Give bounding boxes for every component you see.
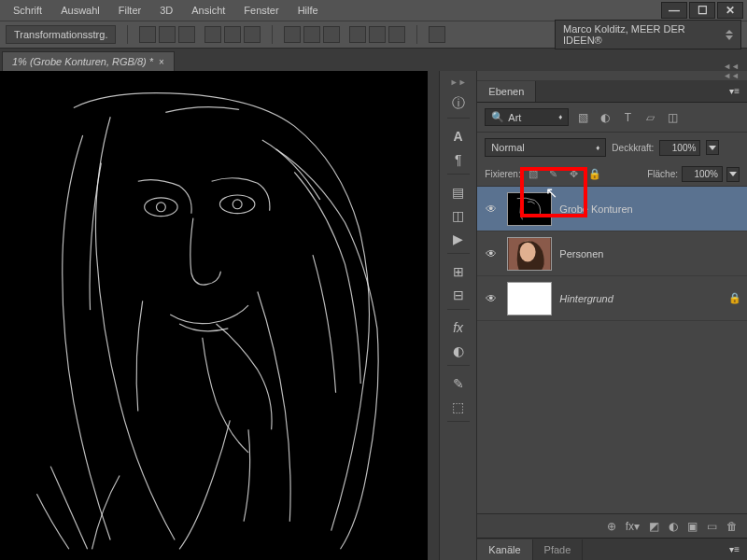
- align-right-icon[interactable]: [244, 26, 261, 43]
- layer-thumbnail[interactable]: [507, 282, 552, 315]
- menu-3d[interactable]: 3D: [150, 5, 182, 16]
- layer-row-hintergrund[interactable]: 👁 Hintergrund 🔒: [477, 276, 747, 321]
- layer-fx-icon[interactable]: fx▾: [626, 520, 640, 533]
- visibility-toggle-icon[interactable]: 👁: [483, 203, 500, 216]
- lock-all-icon[interactable]: 🔒: [586, 167, 603, 182]
- align-left-icon[interactable]: [204, 26, 221, 43]
- new-layer-icon[interactable]: ▭: [707, 520, 717, 533]
- document-tab-bar: 1% (Grobe Konturen, RGB/8) * × ◄◄: [0, 49, 747, 71]
- workspace-preset-dropdown[interactable]: Marco Kolditz, MEER DER IDEEN®: [555, 20, 741, 49]
- lock-label: Fixieren:: [485, 169, 520, 179]
- layer-row-personen[interactable]: 👁 Personen: [477, 231, 747, 276]
- lock-indicator-icon: 🔒: [728, 292, 741, 304]
- workspace-preset-label: Marco Kolditz, MEER DER IDEEN®: [563, 23, 726, 46]
- svg-point-2: [156, 203, 165, 212]
- add-mask-icon[interactable]: ◩: [649, 520, 659, 533]
- panel-icon-1[interactable]: ▤: [447, 182, 470, 203]
- distribute-hcenter-icon[interactable]: [369, 26, 386, 43]
- distribute-group-2: [349, 26, 405, 43]
- svg-point-7: [520, 242, 536, 261]
- opacity-label: Deckkraft:: [612, 143, 654, 153]
- filter-smart-icon[interactable]: ◫: [664, 109, 681, 126]
- distribute-bottom-icon[interactable]: [323, 26, 340, 43]
- link-layers-icon[interactable]: ⊕: [607, 520, 616, 533]
- align-top-icon[interactable]: [139, 26, 156, 43]
- filter-type-icon[interactable]: T: [619, 109, 636, 126]
- new-adjustment-icon[interactable]: ◐: [669, 520, 678, 533]
- new-group-icon[interactable]: ▣: [687, 520, 698, 533]
- align-group-1: [139, 26, 195, 43]
- styles-panel-icon[interactable]: fx: [447, 317, 470, 338]
- character-panel-icon[interactable]: A: [447, 126, 470, 147]
- distribute-top-icon[interactable]: [284, 26, 301, 43]
- panel-menu-icon[interactable]: ▾≡: [722, 86, 747, 96]
- maximize-button[interactable]: ☐: [689, 2, 715, 19]
- options-bar: Transformationsstrg. Marco Kolditz, MEER…: [0, 21, 747, 49]
- svg-point-0: [145, 198, 177, 217]
- menu-fenster[interactable]: Fenster: [234, 5, 288, 16]
- layers-panel-footer: ⊕ fx▾ ◩ ◐ ▣ ▭ 🗑: [477, 513, 747, 538]
- minimize-button[interactable]: —: [661, 2, 687, 19]
- panel-icon-2[interactable]: ◫: [447, 205, 470, 226]
- tab-kanale[interactable]: Kanäle: [477, 539, 532, 560]
- transform-controls-button[interactable]: Transformationsstrg.: [6, 25, 116, 44]
- distribute-left-icon[interactable]: [349, 26, 366, 43]
- cursor-pointer-icon: ↖: [545, 184, 557, 202]
- filter-adjust-icon[interactable]: ◐: [597, 109, 613, 126]
- visibility-toggle-icon[interactable]: 👁: [483, 247, 500, 260]
- swatches-panel-icon[interactable]: ⊞: [447, 261, 470, 282]
- align-group-2: [204, 26, 261, 43]
- collapse-arrows-icon[interactable]: ◄◄: [715, 62, 747, 71]
- color-panel-icon[interactable]: ⊟: [447, 285, 470, 305]
- canvas[interactable]: [0, 71, 428, 560]
- panel-menu-icon[interactable]: ▾≡: [722, 544, 747, 554]
- opacity-value[interactable]: 100%: [659, 140, 700, 156]
- canvas-scrollbar[interactable]: [428, 71, 439, 560]
- menu-hilfe[interactable]: Hilfe: [289, 5, 328, 16]
- close-button[interactable]: ✕: [717, 2, 743, 19]
- menu-filter[interactable]: Filter: [109, 5, 150, 16]
- menu-ansicht[interactable]: Ansicht: [182, 5, 234, 16]
- opacity-slider-toggle[interactable]: [706, 140, 719, 155]
- tool-preset-icon[interactable]: ⬚: [447, 397, 470, 417]
- canvas-image-content: [0, 71, 428, 553]
- layer-list: 👁 Grobe Konturen 👁: [477, 187, 747, 513]
- info-panel-icon[interactable]: ⓘ: [447, 93, 470, 114]
- layer-row-grobe-konturen[interactable]: 👁 Grobe Konturen: [477, 187, 747, 231]
- menu-schrift[interactable]: Schrift: [4, 5, 51, 16]
- document-tab[interactable]: 1% (Grobe Konturen, RGB/8) * ×: [2, 51, 175, 71]
- distribute-right-icon[interactable]: [388, 26, 405, 43]
- align-hcenter-icon[interactable]: [224, 26, 241, 43]
- filter-shape-icon[interactable]: ▱: [641, 109, 658, 126]
- layer-name-label: Hintergrund: [559, 293, 613, 304]
- filter-pixel-icon[interactable]: ▧: [574, 109, 591, 126]
- close-tab-icon[interactable]: ×: [159, 57, 164, 67]
- paragraph-panel-icon[interactable]: ¶: [447, 149, 470, 170]
- tab-ebenen[interactable]: Ebenen: [477, 81, 536, 102]
- search-icon: 🔍: [491, 111, 504, 123]
- distribute-vcenter-icon[interactable]: [303, 26, 320, 43]
- auto-align-icon[interactable]: [429, 26, 445, 43]
- align-vcenter-icon[interactable]: [159, 26, 176, 43]
- layers-panel: ◄◄ Ebenen ▾≡ 🔍 Art ♦ ▧ ◐ T ▱ ◫ Normal ♦ …: [477, 71, 747, 560]
- delete-layer-icon[interactable]: 🗑: [726, 520, 738, 533]
- fill-slider-toggle[interactable]: [726, 167, 740, 182]
- panel-collapse-icon[interactable]: ◄◄: [477, 71, 747, 80]
- tab-pfade[interactable]: Pfade: [533, 539, 584, 560]
- menu-auswahl[interactable]: Auswahl: [51, 5, 109, 16]
- layer-thumbnail[interactable]: [507, 237, 552, 271]
- layer-filter-kind[interactable]: 🔍 Art ♦: [485, 108, 569, 126]
- collapsed-panel-dock: ►► ⓘ A ¶ ▤ ◫ ▶ ⊞ ⊟ fx ◐ ✎ ⬚: [439, 71, 477, 560]
- play-panel-icon[interactable]: ▶: [447, 229, 470, 249]
- layer-name-label: Personen: [559, 248, 603, 259]
- fill-value[interactable]: 100%: [682, 166, 723, 182]
- menu-bar: Schrift Auswahl Filter 3D Ansicht Fenste…: [0, 0, 747, 21]
- brush-panel-icon[interactable]: ✎: [447, 373, 470, 394]
- visibility-toggle-icon[interactable]: 👁: [483, 292, 500, 305]
- document-tab-label: 1% (Grobe Konturen, RGB/8) *: [12, 56, 153, 67]
- adjustments-panel-icon[interactable]: ◐: [447, 341, 470, 361]
- expand-dock-icon[interactable]: ►►: [444, 77, 472, 88]
- align-bottom-icon[interactable]: [178, 26, 195, 43]
- distribute-group-1: [284, 26, 340, 43]
- blend-mode-dropdown[interactable]: Normal ♦: [485, 138, 606, 157]
